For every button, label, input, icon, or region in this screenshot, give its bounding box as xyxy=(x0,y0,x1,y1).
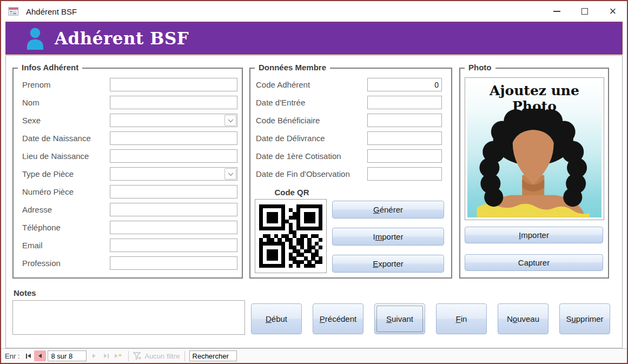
first-record-button[interactable] xyxy=(22,350,34,361)
field-sexe-input[interactable] xyxy=(110,114,224,127)
banner-title: Adhérent BSF xyxy=(55,29,189,48)
new-record-button[interactable]: * xyxy=(112,350,124,361)
first-record-icon xyxy=(28,354,31,358)
suivant-button[interactable]: Suivant xyxy=(374,303,425,334)
field-input-box xyxy=(367,131,442,145)
field-row-profession: Profession xyxy=(14,256,242,270)
membre-fields: Code Adhérent Date d'Entrée Code Bénéfic… xyxy=(250,78,451,185)
photo-placeholder-illustration xyxy=(467,109,599,217)
qr-buttons: GénérerImporterExporter xyxy=(332,201,444,273)
record-position[interactable]: 8 sur 8 xyxy=(48,350,87,361)
record-indicator-label: Enr : xyxy=(5,352,19,360)
qr-code-label: Code QR xyxy=(256,188,328,197)
field-label: Date de Naissance xyxy=(22,131,91,145)
field-row-date-de-1ere-cotisation: Date de 1ère Cotisation xyxy=(250,149,451,163)
field-numero-piece-input[interactable] xyxy=(110,186,237,198)
combo-dropdown-button[interactable] xyxy=(224,115,236,126)
field-input-box xyxy=(110,185,237,198)
fin-button[interactable]: Fin xyxy=(436,303,487,334)
field-email-input[interactable] xyxy=(110,239,237,252)
field-date-de-1ere-cotisation-input[interactable] xyxy=(368,150,441,162)
chevron-down-icon xyxy=(228,170,233,176)
infos-fields: Prenom Nom Sexe xyxy=(14,78,242,274)
precedent-button[interactable]: Précédent xyxy=(313,303,363,334)
field-row-lieu-de-naissance: Lieu de Naissance xyxy=(14,149,242,163)
field-code-adherent-input[interactable] xyxy=(368,78,441,91)
field-row-date-de-fin-d-observation: Date de Fin d'Observation xyxy=(250,167,451,181)
exporter-button[interactable]: Exporter xyxy=(332,255,444,273)
group-title: Données Membre xyxy=(255,63,330,72)
supprimer-button[interactable]: Supprimer xyxy=(559,303,610,334)
notes-input[interactable] xyxy=(12,300,245,335)
field-nom-input[interactable] xyxy=(110,96,237,109)
field-row-code-beneficiaire: Code Bénéficiaire xyxy=(250,114,451,127)
field-label: Lieu de Naissance xyxy=(22,149,89,163)
search-input[interactable] xyxy=(189,350,237,361)
field-row-date-de-naissance: Date de Naissance xyxy=(14,131,242,145)
generer-button[interactable]: Générer xyxy=(332,201,444,219)
field-label: Adresse xyxy=(22,203,52,216)
field-date-de-naissance-input[interactable] xyxy=(110,132,237,144)
form-app-icon xyxy=(8,7,19,16)
notes-label: Notes xyxy=(14,288,36,297)
field-row-email: Email xyxy=(14,239,242,252)
filter-funnel-icon xyxy=(133,352,142,360)
banner: Adhérent BSF xyxy=(5,22,623,55)
filter-status: Aucun filtre xyxy=(133,352,180,360)
group-title: Infos Adhérent xyxy=(18,63,82,72)
field-type-de-piece-input[interactable] xyxy=(110,168,224,180)
importer-photo-button[interactable]: Importer xyxy=(465,227,603,243)
combo-dropdown-button[interactable] xyxy=(224,168,236,180)
field-date-d-entree-input[interactable] xyxy=(368,96,441,109)
field-date-de-fin-d-observation-input[interactable] xyxy=(368,168,441,180)
statusbar: Enr : 8 sur 8 * Aucun filtre xyxy=(1,348,627,363)
field-label: Profession xyxy=(22,256,61,270)
photo-placeholder: Ajoutez une Photo xyxy=(467,80,601,217)
field-label: Type de Pièce xyxy=(22,167,74,181)
field-date-de-delivrance-input[interactable] xyxy=(368,132,441,144)
field-lieu-de-naissance-input[interactable] xyxy=(110,150,237,162)
field-row-code-adherent: Code Adhérent xyxy=(250,78,451,91)
capturer-button[interactable]: Capturer xyxy=(465,254,603,271)
last-record-button[interactable] xyxy=(100,350,112,361)
window: Ahdérent BSF × Adhérent BSF Infos Adhére… xyxy=(0,0,628,364)
field-prenom-input[interactable] xyxy=(110,78,237,91)
maximize-button[interactable] xyxy=(571,1,599,22)
minimize-button[interactable] xyxy=(543,1,571,22)
field-profession-input[interactable] xyxy=(110,257,237,269)
filter-status-label: Aucun filtre xyxy=(144,352,180,360)
field-telephone-input[interactable] xyxy=(110,221,237,234)
minimize-icon xyxy=(553,11,560,12)
field-label: Sexe xyxy=(22,114,41,127)
field-label: Date de Délivrance xyxy=(256,131,325,145)
field-input-box xyxy=(110,114,237,127)
field-adresse-input[interactable] xyxy=(110,203,237,216)
field-input-box xyxy=(110,131,237,145)
close-button[interactable]: × xyxy=(599,1,627,22)
field-input-box xyxy=(110,256,237,270)
nouveau-button[interactable]: Nouveau xyxy=(498,303,548,334)
previous-record-button[interactable] xyxy=(34,350,46,361)
titlebar: Ahdérent BSF × xyxy=(1,1,627,22)
field-row-nom: Nom xyxy=(14,96,242,109)
field-row-sexe: Sexe xyxy=(14,114,242,127)
person-icon xyxy=(25,27,45,50)
last-record-icon xyxy=(104,354,107,358)
next-record-button[interactable] xyxy=(88,350,100,361)
debut-button[interactable]: Début xyxy=(251,303,302,334)
field-input-box xyxy=(110,96,237,109)
field-label: Date de 1ère Cotisation xyxy=(256,149,341,163)
field-input-box xyxy=(110,203,237,216)
field-label: Code Bénéficiaire xyxy=(256,114,320,127)
field-input-box xyxy=(367,167,442,181)
field-row-telephone: Téléphone xyxy=(14,221,242,234)
close-icon: × xyxy=(610,5,617,17)
next-record-icon xyxy=(92,354,96,358)
field-input-box xyxy=(367,114,442,127)
field-label: Nom xyxy=(22,96,39,109)
field-row-numero-piece: Numéro Pièce xyxy=(14,185,242,198)
field-input-box xyxy=(110,149,237,163)
field-code-beneficiaire-input[interactable] xyxy=(368,114,441,127)
importer-qr-button[interactable]: Importer xyxy=(332,228,444,246)
field-label: Email xyxy=(22,239,43,252)
